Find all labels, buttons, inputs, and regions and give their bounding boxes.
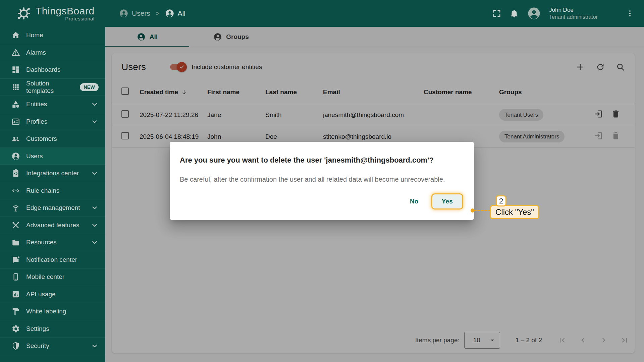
sidebar-item-rule-chains[interactable]: Rule chains bbox=[0, 182, 105, 200]
rule-chains-icon bbox=[11, 186, 20, 195]
edge-management-icon bbox=[11, 203, 20, 212]
sidebar-item-label: White labeling bbox=[26, 308, 66, 315]
chevron-down-icon bbox=[91, 204, 99, 212]
no-button[interactable]: No bbox=[404, 194, 425, 208]
sidebar-item-label: Solution templates bbox=[26, 80, 74, 95]
breadcrumb-label: Users bbox=[132, 9, 150, 17]
alarms-icon bbox=[11, 48, 20, 57]
sidebar-item-label: Users bbox=[26, 153, 43, 160]
more-menu-icon[interactable] bbox=[626, 9, 634, 17]
thingsboard-logo-icon bbox=[16, 6, 32, 21]
sidebar-item-label: Security bbox=[26, 342, 49, 350]
sidebar-item-alarms[interactable]: Alarms bbox=[0, 44, 105, 62]
dashboards-icon bbox=[11, 65, 20, 74]
settings-icon bbox=[11, 324, 20, 333]
api-usage-icon bbox=[11, 290, 20, 299]
sidebar-item-label: Dashboards bbox=[26, 66, 60, 73]
solution-templates-icon bbox=[11, 83, 20, 92]
sidebar: HomeAlarmsDashboardsSolution templatesNE… bbox=[0, 27, 105, 362]
chevron-down-icon bbox=[91, 221, 99, 229]
breadcrumb-separator: > bbox=[156, 10, 160, 17]
sidebar-item-integrations-center[interactable]: Integrations center bbox=[0, 165, 105, 182]
thingsboard-logo[interactable]: ThingsBoard Professional bbox=[16, 5, 95, 21]
dialog-actions: No Yes bbox=[180, 193, 464, 209]
sidebar-item-white-labeling[interactable]: White labeling bbox=[0, 303, 105, 320]
sidebar-item-label: Resources bbox=[26, 239, 57, 246]
sidebar-item-label: Notification center bbox=[26, 256, 77, 263]
app-header: ThingsBoard Professional Users > All Joh… bbox=[0, 0, 644, 27]
sidebar-item-mobile-center[interactable]: Mobile center bbox=[0, 268, 105, 286]
sidebar-item-label: Settings bbox=[26, 325, 49, 333]
sidebar-item-security[interactable]: Security bbox=[0, 338, 105, 355]
white-labeling-icon bbox=[11, 307, 20, 316]
sidebar-item-profiles[interactable]: Profiles bbox=[0, 113, 105, 131]
sidebar-item-label: Profiles bbox=[26, 118, 47, 125]
sidebar-item-label: Advanced features bbox=[26, 222, 79, 229]
annotation-connector-line bbox=[474, 210, 491, 211]
sidebar-item-settings[interactable]: Settings bbox=[0, 320, 105, 338]
chevron-down-icon bbox=[91, 342, 99, 350]
breadcrumb-item-users[interactable]: Users bbox=[119, 9, 150, 18]
brand-subtitle: Professional bbox=[65, 16, 94, 21]
sidebar-item-label: Customers bbox=[26, 135, 57, 142]
sidebar-item-home[interactable]: Home bbox=[0, 27, 105, 44]
annotation-label: Click "Yes" bbox=[490, 205, 539, 219]
sidebar-item-label: Alarms bbox=[26, 49, 46, 56]
chevron-down-icon bbox=[91, 169, 99, 177]
breadcrumb: Users > All bbox=[119, 0, 185, 27]
delete-confirmation-dialog: Are you sure you want to delete the user… bbox=[170, 142, 474, 220]
sidebar-item-label: API usage bbox=[26, 291, 56, 298]
avatar[interactable] bbox=[527, 6, 541, 20]
new-badge: NEW bbox=[80, 83, 99, 91]
account-circle-icon bbox=[119, 9, 128, 18]
dialog-title: Are you sure you want to delete the user… bbox=[180, 156, 464, 165]
sidebar-item-dashboards[interactable]: Dashboards bbox=[0, 61, 105, 79]
breadcrumb-label: All bbox=[178, 9, 185, 17]
sidebar-item-advanced-features[interactable]: Advanced features bbox=[0, 217, 105, 234]
chevron-down-icon bbox=[91, 118, 99, 126]
users-icon bbox=[11, 152, 20, 161]
sidebar-item-api-usage[interactable]: API usage bbox=[0, 286, 105, 303]
notification-center-icon bbox=[11, 255, 20, 264]
profiles-icon bbox=[11, 117, 20, 126]
customers-icon bbox=[11, 134, 20, 143]
sidebar-item-label: Mobile center bbox=[26, 273, 64, 281]
header-actions: John Doe Tenant administrator bbox=[492, 0, 634, 27]
dialog-body: Be careful, after the confirmation the u… bbox=[180, 176, 464, 183]
sidebar-item-entities[interactable]: Entities bbox=[0, 96, 105, 113]
account-circle-icon bbox=[165, 9, 174, 18]
integrations-center-icon bbox=[11, 169, 20, 178]
sidebar-item-solution-templates[interactable]: Solution templatesNEW bbox=[0, 79, 105, 96]
home-icon bbox=[11, 31, 20, 40]
sidebar-item-edge-management[interactable]: Edge management bbox=[0, 199, 105, 217]
sidebar-item-label: Rule chains bbox=[26, 187, 59, 194]
chevron-down-icon bbox=[91, 238, 99, 246]
sidebar-item-users[interactable]: Users bbox=[0, 148, 105, 165]
sidebar-item-label: Entities bbox=[26, 101, 47, 108]
sidebar-item-label: Home bbox=[26, 32, 43, 39]
user-name: John Doe bbox=[549, 7, 598, 13]
yes-button-highlight: Yes bbox=[431, 193, 463, 209]
notifications-bell-icon[interactable] bbox=[509, 9, 519, 18]
user-info[interactable]: John Doe Tenant administrator bbox=[549, 7, 598, 20]
sidebar-item-resources[interactable]: Resources bbox=[0, 234, 105, 251]
fullscreen-icon[interactable] bbox=[492, 9, 501, 18]
brand-name: ThingsBoard bbox=[36, 5, 95, 17]
sidebar-item-customers[interactable]: Customers bbox=[0, 130, 105, 148]
sidebar-item-label: Integrations center bbox=[26, 170, 79, 177]
user-role: Tenant administrator bbox=[549, 14, 598, 20]
sidebar-item-label: Edge management bbox=[26, 204, 80, 212]
mobile-center-icon bbox=[11, 273, 20, 281]
yes-button[interactable]: Yes bbox=[432, 194, 462, 208]
chevron-down-icon bbox=[91, 100, 99, 108]
advanced-features-icon bbox=[11, 221, 20, 230]
annotation-step-badge: 2 bbox=[496, 195, 506, 206]
breadcrumb-item-all[interactable]: All bbox=[165, 9, 185, 18]
sidebar-item-notification-center[interactable]: Notification center bbox=[0, 251, 105, 269]
entities-icon bbox=[11, 100, 20, 109]
security-icon bbox=[11, 342, 20, 350]
resources-icon bbox=[11, 238, 20, 247]
